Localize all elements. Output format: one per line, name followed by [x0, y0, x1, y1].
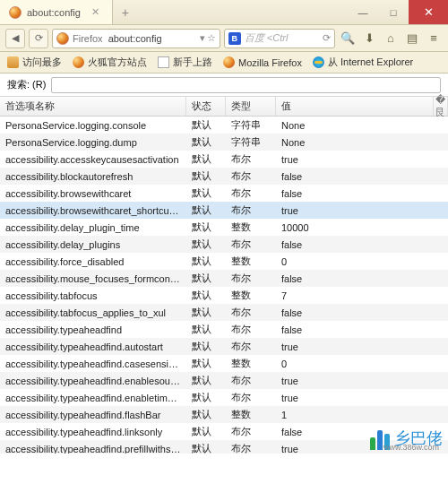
- pref-row[interactable]: PersonaService.logging.dump默认字符串None: [0, 134, 448, 151]
- cell-value: 0: [276, 256, 448, 267]
- new-tab-button[interactable]: +: [113, 0, 138, 24]
- cell-name: accessibility.delay_plugins: [0, 239, 186, 250]
- cell-type: 布尔: [226, 425, 276, 438]
- pref-row[interactable]: accessibility.typeaheadfind默认布尔false: [0, 321, 448, 338]
- cell-name: accessibility.browsewithcaret_shortcut.e…: [0, 205, 186, 216]
- close-window-button[interactable]: ✕: [409, 0, 448, 24]
- baidu-icon[interactable]: B: [228, 32, 241, 45]
- cell-name: accessibility.tabfocus_applies_to_xul: [0, 307, 186, 318]
- cell-value: true: [276, 376, 448, 386]
- cell-name: accessibility.typeaheadfind.enabletimeou…: [0, 393, 186, 403]
- cell-name: accessibility.tabfocus: [0, 290, 186, 301]
- bookmark-star-icon[interactable]: ☆: [207, 32, 216, 44]
- cell-name: accessibility.typeaheadfind.enablesound: [0, 376, 186, 386]
- col-type[interactable]: 类型: [226, 97, 276, 116]
- cell-type: 布尔: [226, 306, 276, 319]
- pref-row[interactable]: accessibility.browsewithcaret默认布尔false: [0, 185, 448, 202]
- pref-row[interactable]: accessibility.typeaheadfind.casesensitiv…: [0, 355, 448, 372]
- cell-type: 布尔: [226, 391, 276, 404]
- close-tab-icon[interactable]: ✕: [91, 6, 99, 18]
- pref-row[interactable]: accessibility.tabfocus_applies_to_xul默认布…: [0, 304, 448, 321]
- pref-row[interactable]: PersonaService.logging.console默认字符串None: [0, 117, 448, 134]
- pref-row[interactable]: accessibility.force_disabled默认整数0: [0, 253, 448, 270]
- home-icon[interactable]: ⌂: [382, 29, 400, 48]
- cell-value: true: [276, 393, 448, 403]
- cell-value: false: [276, 239, 448, 250]
- pref-row[interactable]: accessibility.typeaheadfind.autostart默认布…: [0, 338, 448, 355]
- cell-status: 默认: [186, 357, 226, 370]
- pref-row[interactable]: accessibility.browsewithcaret_shortcut.e…: [0, 202, 448, 219]
- cell-status: 默认: [186, 220, 226, 234]
- cell-value: false: [276, 324, 448, 335]
- nav-bar: ◀ ⟳ Firefox about:config ▾ ☆ B 百度 <Ctrl …: [0, 25, 448, 52]
- cell-name: accessibility.typeaheadfind.linksonly: [0, 427, 186, 437]
- bookmark-mozilla[interactable]: Mozilla Firefox: [223, 56, 302, 68]
- cell-status: 默认: [186, 340, 226, 353]
- pref-row[interactable]: accessibility.tabfocus默认整数7: [0, 287, 448, 304]
- cell-status: 默认: [186, 272, 226, 285]
- pref-row[interactable]: accessibility.mouse_focuses_formcontrol默…: [0, 270, 448, 287]
- cell-status: 默认: [186, 169, 226, 183]
- pref-row[interactable]: accessibility.typeaheadfind.flashBar默认整数…: [0, 406, 448, 423]
- url-text: about:config: [105, 33, 200, 44]
- back-button[interactable]: ◀: [5, 29, 25, 48]
- cell-type: 布尔: [226, 272, 276, 285]
- pref-row[interactable]: accessibility.blockautorefresh默认布尔false: [0, 168, 448, 185]
- search-icon[interactable]: 🔍: [339, 29, 357, 48]
- tab-aboutconfig[interactable]: about:config ✕: [0, 0, 113, 24]
- col-status[interactable]: 状态: [186, 97, 226, 116]
- cell-value: false: [276, 171, 448, 182]
- maximize-button[interactable]: □: [378, 0, 409, 24]
- bookmarks-icon[interactable]: ▤: [403, 29, 421, 48]
- downloads-icon[interactable]: ⬇: [360, 29, 378, 48]
- firefox-icon: [9, 6, 22, 19]
- dropdown-icon[interactable]: ▾: [200, 32, 205, 44]
- cell-status: 默认: [186, 425, 226, 438]
- cell-value: 0: [276, 359, 448, 369]
- identity-label: Firefox: [69, 33, 105, 44]
- cell-status: 默认: [186, 203, 226, 217]
- reload-button[interactable]: ⟳: [29, 29, 48, 48]
- column-picker-icon[interactable]: �艮: [434, 97, 448, 116]
- search-box[interactable]: B 百度 <Ctrl ⟳: [224, 29, 335, 48]
- bookmark-from-ie[interactable]: 从 Internet Explorer: [313, 56, 413, 69]
- cell-type: 整数: [226, 220, 276, 234]
- cell-name: accessibility.force_disabled: [0, 256, 186, 267]
- cell-name: accessibility.typeaheadfind.flashBar: [0, 410, 186, 420]
- cell-status: 默认: [186, 238, 226, 251]
- filter-bar: 搜索: (R): [0, 73, 448, 97]
- col-value[interactable]: 值: [276, 97, 434, 116]
- cell-type: 布尔: [226, 238, 276, 251]
- bookmark-most-visited[interactable]: 访问最多: [7, 56, 62, 69]
- cell-name: accessibility.delay_plugin_time: [0, 222, 186, 233]
- bookmark-firefox-official[interactable]: 火狐官方站点: [73, 56, 147, 69]
- cell-type: 布尔: [226, 374, 276, 387]
- cell-name: accessibility.browsewithcaret: [0, 188, 186, 199]
- address-bar[interactable]: Firefox about:config ▾ ☆: [52, 29, 220, 48]
- cell-status: 默认: [186, 374, 226, 387]
- cell-type: 布尔: [226, 323, 276, 336]
- menu-icon[interactable]: ≡: [425, 29, 443, 48]
- grid-icon: [7, 56, 19, 68]
- filter-input[interactable]: [51, 77, 441, 93]
- cell-value: false: [276, 188, 448, 199]
- minimize-button[interactable]: —: [348, 0, 378, 24]
- watermark-url: www.386w.com: [383, 443, 439, 452]
- pref-row[interactable]: accessibility.delay_plugin_time默认整数10000: [0, 219, 448, 236]
- pref-row[interactable]: accessibility.typeaheadfind.enablesound默…: [0, 372, 448, 389]
- title-bar: about:config ✕ + — □ ✕: [0, 0, 448, 25]
- search-go-icon[interactable]: ⟳: [323, 32, 331, 44]
- pref-row[interactable]: accessibility.typeaheadfind.enabletimeou…: [0, 389, 448, 406]
- ie-icon: [313, 56, 324, 68]
- col-pref-name[interactable]: 首选项名称: [0, 97, 186, 116]
- cell-status: 默认: [186, 186, 226, 200]
- pref-row[interactable]: accessibility.accesskeycausesactivation默…: [0, 151, 448, 168]
- cell-type: 整数: [226, 357, 276, 370]
- cell-type: 布尔: [226, 340, 276, 353]
- bookmark-getting-started[interactable]: 新手上路: [158, 56, 212, 69]
- cell-status: 默认: [186, 442, 226, 454]
- pref-row[interactable]: accessibility.delay_plugins默认布尔false: [0, 236, 448, 253]
- cell-status: 默认: [186, 118, 226, 132]
- cell-name: accessibility.typeaheadfind.autostart: [0, 341, 186, 352]
- cell-value: 10000: [276, 222, 448, 233]
